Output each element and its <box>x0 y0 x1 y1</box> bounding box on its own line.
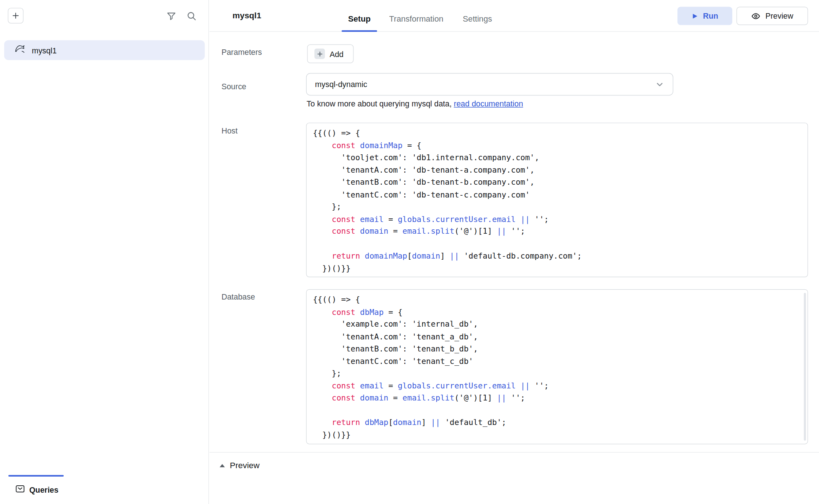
queries-panel-label: Queries <box>29 485 59 494</box>
query-editor-header: mysql1 Setup Transformation Settings Run… <box>209 0 819 32</box>
add-query-button[interactable] <box>8 8 23 23</box>
preview-section-toggle[interactable]: Preview <box>219 461 259 470</box>
host-code-editor[interactable]: {{(() => { const domainMap = { 'tooljet.… <box>306 123 808 277</box>
editor-scrollbar[interactable] <box>804 293 806 441</box>
preview-section-divider <box>209 452 819 452</box>
preview-button-label: Preview <box>765 11 793 20</box>
read-documentation-link[interactable]: read documentation <box>454 99 523 108</box>
chevron-down-icon <box>655 80 665 89</box>
host-label: Host <box>221 126 238 135</box>
filter-icon[interactable] <box>166 11 177 22</box>
source-label: Source <box>221 82 246 91</box>
plus-icon <box>314 49 325 59</box>
query-editor-app: mysql1 Queries mysql1 Setup Transformati… <box>0 0 819 504</box>
queries-panel-tab[interactable]: Queries <box>16 485 59 495</box>
preview-section-label: Preview <box>230 461 259 470</box>
play-icon <box>692 13 698 19</box>
source-help-prefix: To know more about querying mysql data, <box>307 99 454 108</box>
source-select[interactable]: mysql-dynamic <box>306 73 673 95</box>
add-parameter-button[interactable]: Add <box>307 44 354 63</box>
parameters-label: Parameters <box>221 48 262 56</box>
run-button-label: Run <box>703 11 718 20</box>
active-tab-underline <box>341 30 377 32</box>
page-title: mysql1 <box>232 11 261 20</box>
plus-icon <box>11 11 20 20</box>
queries-panel-icon <box>16 485 25 495</box>
tab-transformation[interactable]: Transformation <box>385 14 448 24</box>
preview-button[interactable]: Preview <box>736 7 808 25</box>
query-sidebar: mysql1 Queries <box>0 0 209 504</box>
query-name: mysql1 <box>32 46 57 54</box>
database-code-editor[interactable]: {{(() => { const dbMap = { 'example.com'… <box>306 289 808 444</box>
caret-up-icon <box>219 463 225 467</box>
active-panel-indicator <box>8 475 64 477</box>
source-select-value: mysql-dynamic <box>315 80 655 89</box>
mysql-icon <box>14 43 26 57</box>
eye-icon <box>751 11 761 21</box>
database-label: Database <box>221 292 255 301</box>
source-help-text: To know more about querying mysql data, … <box>307 99 523 108</box>
tab-settings[interactable]: Settings <box>460 14 494 24</box>
add-parameter-label: Add <box>330 49 344 58</box>
run-button[interactable]: Run <box>677 7 732 25</box>
search-icon[interactable] <box>187 11 197 22</box>
query-list-item-mysql1[interactable]: mysql1 <box>4 40 205 60</box>
tab-setup[interactable]: Setup <box>341 14 377 24</box>
query-editor-main: mysql1 Setup Transformation Settings Run… <box>209 0 819 504</box>
